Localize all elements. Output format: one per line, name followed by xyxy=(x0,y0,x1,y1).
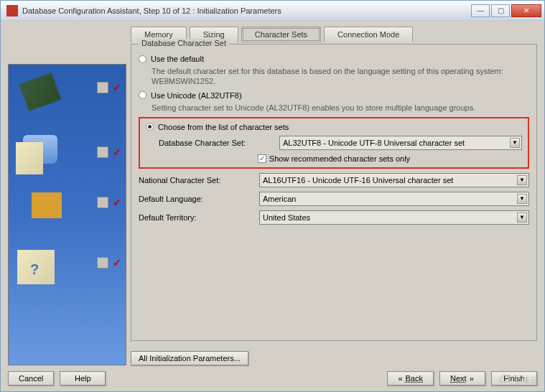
window-title: Database Configuration Assistant, Step 1… xyxy=(22,6,471,15)
radio-use-unicode[interactable] xyxy=(139,91,146,99)
window-controls: — ▢ ✕ xyxy=(471,4,541,17)
step-4-check: ✓ xyxy=(97,257,121,269)
show-recommended-label: Show recommended character sets only xyxy=(269,154,410,163)
radio-use-default-label: Use the default xyxy=(151,55,204,63)
next-button[interactable]: Next » xyxy=(439,371,485,386)
chevron-down-icon: ▼ xyxy=(517,213,527,223)
footer-buttons: Cancel Help « Back Next » Finish xyxy=(8,365,537,386)
close-button[interactable]: ✕ xyxy=(511,4,541,17)
db-charset-label: Database Character Set: xyxy=(159,139,274,147)
show-recommended-checkbox[interactable]: ✓ xyxy=(258,154,266,163)
back-button[interactable]: « Back xyxy=(387,371,434,386)
all-init-params-button[interactable]: All Initialization Parameters... xyxy=(131,351,248,365)
national-charset-label: National Character Set: xyxy=(139,176,253,185)
sidebar: ✓ ✓ ✓ ? ✓ xyxy=(8,27,126,365)
step-1-check: ✓ xyxy=(97,82,121,93)
radio-choose-list-label: Choose from the list of character sets xyxy=(158,123,289,131)
db-charset-value: AL32UTF8 - Unicode UTF-8 Universal chara… xyxy=(283,139,465,147)
chevron-down-icon: ▼ xyxy=(510,138,520,148)
documents-icon xyxy=(16,142,43,174)
radio-use-default[interactable] xyxy=(139,55,146,63)
next-arrow-icon: » xyxy=(470,374,474,383)
right-panel: Memory Sizing Character Sets Connection … xyxy=(131,27,537,365)
check-icon: ✓ xyxy=(113,146,121,158)
chevron-down-icon: ▼ xyxy=(517,175,527,185)
national-charset-dropdown[interactable]: AL16UTF16 - Unicode UTF-16 Universal cha… xyxy=(259,173,529,187)
option-unicode: Use Unicode (AL32UTF8) Setting character… xyxy=(139,91,529,113)
default-language-label: Default Language: xyxy=(139,195,253,203)
default-language-dropdown[interactable]: American ▼ xyxy=(259,192,529,206)
radio-use-unicode-desc: Setting character set to Unicode (AL32UT… xyxy=(152,103,529,113)
titlebar: Database Configuration Assistant, Step 1… xyxy=(1,1,544,21)
default-territory-value: United States xyxy=(263,213,310,222)
check-icon: ✓ xyxy=(113,197,121,208)
highlighted-option: Choose from the list of character sets D… xyxy=(139,117,529,169)
question-icon: ? xyxy=(30,261,39,278)
option-default: Use the default The default character se… xyxy=(139,55,529,87)
shapes-icon xyxy=(32,192,62,218)
charset-fieldset: Database Character Set Use the default T… xyxy=(131,44,537,341)
fieldset-legend: Database Character Set xyxy=(139,39,229,47)
tab-connection-mode[interactable]: Connection Mode xyxy=(324,27,413,42)
check-icon: ✓ xyxy=(113,257,121,269)
main-window: Database Configuration Assistant, Step 1… xyxy=(0,0,545,392)
step-2-check: ✓ xyxy=(97,146,121,158)
chevron-down-icon: ▼ xyxy=(517,194,527,204)
default-language-value: American xyxy=(263,195,296,203)
check-icon: ✓ xyxy=(113,82,121,93)
radio-use-default-desc: The default character set for this datab… xyxy=(152,66,529,87)
wizard-progress-image: ✓ ✓ ✓ ? ✓ xyxy=(8,64,126,365)
app-icon xyxy=(6,5,18,17)
db-charset-dropdown[interactable]: AL32UTF8 - Unicode UTF-8 Universal chara… xyxy=(279,136,522,150)
default-territory-label: Default Territory: xyxy=(139,213,253,222)
radio-choose-list[interactable] xyxy=(146,123,154,131)
chip-icon xyxy=(19,73,62,111)
cancel-button[interactable]: Cancel xyxy=(8,371,54,386)
help-button[interactable]: Help xyxy=(60,371,106,386)
minimize-button[interactable]: — xyxy=(471,4,490,17)
default-territory-dropdown[interactable]: United States ▼ xyxy=(259,210,529,225)
national-charset-value: AL16UTF16 - Unicode UTF-16 Universal cha… xyxy=(263,176,453,185)
finish-button[interactable]: Finish xyxy=(491,371,537,386)
content-area: ✓ ✓ ✓ ? ✓ Memory Sizing Character Sets C… xyxy=(1,21,544,391)
maximize-button[interactable]: ▢ xyxy=(491,4,510,17)
tab-character-sets[interactable]: Character Sets xyxy=(241,27,321,42)
radio-use-unicode-label: Use Unicode (AL32UTF8) xyxy=(151,91,242,100)
back-arrow-icon: « xyxy=(398,374,402,383)
step-3-check: ✓ xyxy=(97,197,121,208)
